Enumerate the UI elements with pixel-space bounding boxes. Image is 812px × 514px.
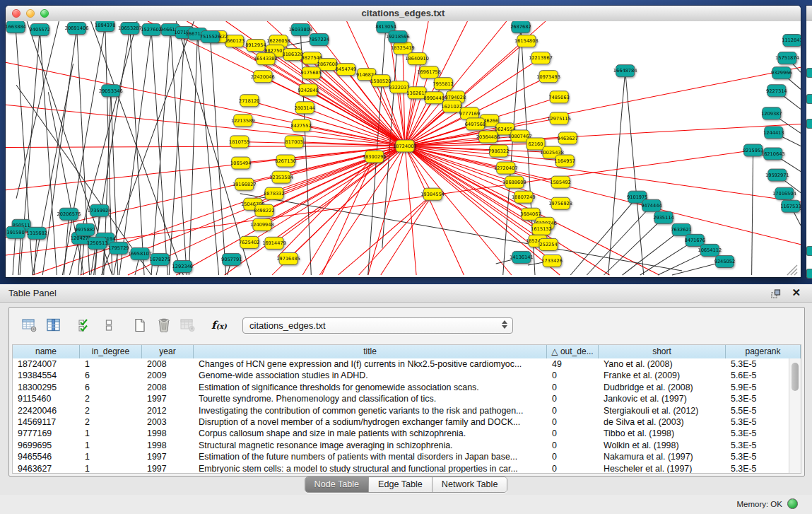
column-header-in_degree[interactable]: in_degree (80, 345, 142, 358)
graph-node[interactable]: 1065494 (230, 157, 251, 169)
graph-node[interactable]: 22420046 (251, 71, 275, 83)
table-row[interactable]: 911546021997Tourette syndrome. Phenomeno… (13, 393, 789, 404)
graph-node[interactable]: 16961758 (417, 66, 441, 78)
graph-node[interactable]: 1588520 (370, 75, 391, 87)
table-settings-icon[interactable] (19, 315, 40, 336)
graph-node[interactable]: 1527602 (141, 24, 161, 36)
graph-node[interactable]: 7632621 (671, 223, 691, 235)
window-titlebar[interactable]: citations_edges.txt (6, 6, 801, 22)
network-canvas[interactable]: 1872400718300295193845548660123891295416… (6, 21, 801, 277)
graph-node[interactable]: 9227314 (766, 85, 787, 97)
table-row[interactable]: 946554611997Estimation of the future num… (13, 451, 789, 462)
graph-node[interactable]: 9329966 (771, 67, 792, 79)
table-row[interactable]: 977716911998Corpus callosum shape and si… (13, 428, 789, 439)
column-header-short[interactable]: short (599, 345, 726, 358)
graph-node[interactable]: 1315682 (26, 227, 47, 239)
graph-node[interactable]: 20691406 (65, 23, 89, 35)
graph-node[interactable]: 1167533 (780, 200, 801, 212)
graph-node[interactable]: 9057791 (221, 253, 242, 265)
table-row[interactable]: 1938455462009Genome-wide association stu… (13, 370, 789, 381)
graph-node[interactable]: 1112843 (782, 35, 801, 47)
network-view[interactable]: 1872400718300295193845548660123891295416… (6, 21, 801, 277)
graph-node[interactable]: 62160 (526, 138, 545, 150)
graph-node[interactable]: 9245052 (714, 255, 735, 267)
graph-node[interactable]: 8267130 (275, 155, 295, 167)
table-row[interactable]: 1830029562008Estimation of significance … (13, 382, 789, 393)
graph-node[interactable]: 2935114 (653, 211, 673, 223)
graph-node[interactable]: 9474444 (641, 199, 661, 211)
graph-node[interactable]: 1663884 (6, 21, 26, 33)
graph-node[interactable]: 12975115 (547, 112, 571, 124)
graph-node[interactable]: 8454749 (336, 64, 356, 76)
graph-node[interactable]: 9175685 (301, 67, 322, 79)
graph-node[interactable]: 7955812 (433, 78, 454, 90)
function-builder-icon[interactable]: f(x) (208, 315, 230, 336)
graph-node[interactable]: 19166827 (233, 178, 257, 190)
graph-node[interactable]: 19592971 (765, 169, 789, 181)
graph-node[interactable]: 9242848 (298, 84, 319, 96)
vertical-scrollbar[interactable] (789, 358, 801, 473)
tab-node-table[interactable]: Node Table (305, 477, 370, 492)
graph-node[interactable]: 16210643 (761, 148, 785, 160)
graph-node[interactable]: 1894378 (95, 21, 115, 32)
graph-node[interactable]: 18807249 (512, 191, 536, 203)
column-header-year[interactable]: year (142, 345, 194, 358)
tab-edge-table[interactable]: Edge Table (369, 477, 433, 492)
graph-node[interactable]: 16154808 (514, 35, 539, 47)
graph-node[interactable]: 1795729 (108, 242, 129, 254)
graph-node[interactable]: 7986322 (488, 145, 509, 157)
graph-node[interactable]: 10688609 (502, 176, 526, 188)
graph-node[interactable]: 17359924 (88, 204, 112, 216)
graph-node[interactable]: 8990448 (423, 92, 444, 104)
graph-node[interactable]: 1678275 (149, 253, 170, 265)
graph-node[interactable]: 18724007 (393, 140, 417, 152)
graph-node[interactable]: 1209387 (761, 107, 782, 119)
table-row[interactable]: 2242004622012Investigating the contribut… (13, 405, 789, 416)
column-header-title[interactable]: title (194, 345, 547, 358)
graph-node[interactable]: 8322037 (389, 81, 409, 93)
graph-node[interactable]: 2687682 (510, 21, 531, 33)
graph-node[interactable]: 16958107 (128, 247, 152, 259)
column-header-name[interactable]: name (13, 345, 80, 358)
graph-node[interactable]: 817003 (285, 136, 303, 148)
graph-node[interactable]: 8498222 (254, 204, 274, 216)
graph-node[interactable]: 17016504 (772, 187, 796, 199)
column-header-pagerank[interactable]: pagerank (726, 345, 801, 358)
graph-node[interactable]: 9463627 (558, 132, 578, 144)
memory-status-indicator[interactable] (787, 498, 798, 509)
graph-node[interactable]: 2718120 (239, 95, 259, 107)
graph-node[interactable]: 12409948 (250, 218, 274, 230)
graph-node[interactable]: 16648784 (613, 65, 637, 77)
graph-node[interactable]: 7857224 (309, 34, 329, 46)
graph-node[interactable]: 1244413 (763, 127, 784, 139)
graph-node[interactable]: 8427552 (290, 119, 311, 132)
graph-node[interactable]: 8215953 (743, 144, 763, 156)
scrollbar-thumb[interactable] (792, 363, 799, 391)
graph-node[interactable]: 18640910 (405, 53, 429, 65)
graph-node[interactable]: 16543382 (254, 53, 278, 65)
table-selector-dropdown[interactable]: citations_edges.txt (242, 317, 513, 334)
table-row[interactable]: 969969511998Structural magnetic resonanc… (13, 440, 789, 451)
graph-node[interactable]: 1810755 (229, 136, 249, 148)
graph-node[interactable]: 391590 (6, 226, 25, 238)
graph-node[interactable]: 8912954 (245, 40, 266, 52)
new-column-icon[interactable] (129, 315, 151, 336)
background-window-sliver[interactable] (806, 6, 812, 277)
graph-node[interactable]: 8660123 (224, 35, 245, 47)
graph-node[interactable]: 12213589 (231, 115, 255, 127)
graph-node[interactable]: 1621022 (442, 100, 462, 112)
graph-node[interactable]: 15751874 (775, 52, 799, 64)
graph-node[interactable]: 18325419 (391, 42, 415, 54)
graph-node[interactable]: 1615132 (531, 223, 551, 235)
graph-node[interactable]: 1250513 (87, 237, 107, 249)
table-row[interactable]: 1872400712008Changes of HCN gene express… (13, 358, 789, 370)
table-row[interactable]: 1456911722003Disruption of a novel membe… (13, 416, 789, 428)
show-columns-icon[interactable] (43, 315, 64, 336)
graph-node[interactable]: 29053346 (99, 85, 123, 97)
graph-node[interactable]: 252254 (539, 238, 558, 250)
graph-node[interactable]: 7515526 (200, 31, 220, 43)
close-panel-icon[interactable]: ✕ (792, 286, 801, 299)
graph-node[interactable]: 19384554 (420, 188, 445, 200)
graph-node[interactable]: 9975887 (75, 223, 95, 235)
graph-node[interactable]: 6497568 (465, 118, 486, 130)
